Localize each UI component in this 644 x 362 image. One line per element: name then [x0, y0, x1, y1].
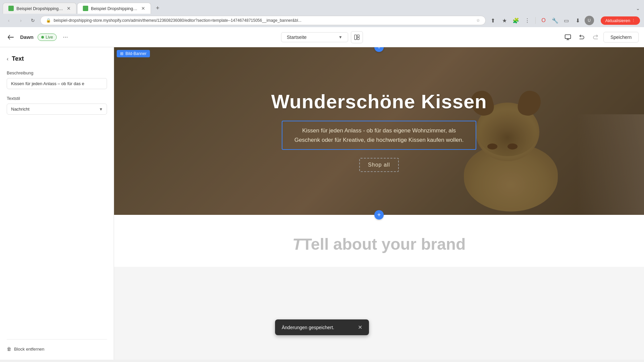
description-label: Beschreibung — [7, 70, 107, 75]
banner-label-text: Bild-Banner — [125, 51, 147, 56]
live-badge: Live — [38, 34, 57, 41]
textstil-select-wrapper: Nachricht Überschrift Untertitel ▼ — [7, 104, 107, 115]
desktop-icon — [565, 34, 571, 41]
textstil-select[interactable]: Nachricht Überschrift Untertitel — [7, 104, 107, 115]
tab-2-close-icon[interactable]: ✕ — [141, 6, 145, 11]
panel-header: ‹ Text — [7, 55, 107, 62]
tab-1-title: Beispiel Dropshipping Store · — [16, 6, 64, 11]
trash-icon: 🗑 — [7, 346, 11, 352]
left-panel: ‹ Text Beschreibung Textstil Nachricht Ü… — [0, 47, 114, 360]
tab-1-close-icon[interactable]: ✕ — [67, 6, 71, 11]
share-icon[interactable]: ⬆ — [488, 16, 498, 25]
banner-description: Kissen für jeden Anlass - ob für das eig… — [290, 126, 468, 144]
toolbar-left: Dawn Live ··· — [5, 32, 277, 43]
page-selector[interactable]: Startseite ▼ — [281, 32, 348, 42]
toast-notification: Änderungen gespeichert. ✕ — [275, 319, 369, 335]
banner-label-icon: ⊞ — [120, 51, 123, 56]
save-button[interactable]: Speichern — [603, 32, 639, 43]
undo-button[interactable] — [577, 32, 587, 43]
preview-canvas: + — [114, 47, 644, 267]
tool-icon[interactable]: 🔧 — [550, 16, 560, 25]
live-label: Live — [46, 35, 53, 40]
back-nav-button[interactable]: ‹ — [4, 16, 13, 25]
svg-rect-3 — [565, 35, 571, 39]
add-bottom-button[interactable]: + — [374, 210, 384, 220]
address-bar-row: ‹ › ↻ 🔒 beispiel-dropshipping-store.mysh… — [0, 14, 644, 27]
update-chevron-icon: ⋮ — [632, 18, 635, 23]
extensions-icon[interactable]: 🧩 — [511, 16, 521, 25]
below-section: TTell about your brand — [114, 215, 644, 267]
app-toolbar: Dawn Live ··· Startseite ▼ — [0, 27, 644, 47]
reload-nav-button[interactable]: ↻ — [28, 16, 38, 25]
page-selector-value: Startseite — [287, 35, 307, 40]
selector-chevron-icon: ▼ — [338, 35, 342, 40]
update-button[interactable]: Aktualisieren ⋮ — [601, 16, 640, 25]
banner-cta-text: Shop all — [368, 162, 390, 168]
tab-2-title: Beispiel Dropshipping Store · — [91, 6, 139, 11]
browser-chrome: Beispiel Dropshipping Store · ✕ Beispiel… — [0, 0, 644, 27]
delete-label: Block entfernen — [14, 347, 44, 352]
downloads-icon[interactable]: ⬇ — [573, 16, 583, 25]
tab-2-favicon — [83, 6, 88, 11]
back-arrow-icon — [8, 34, 14, 40]
toast-message: Änderungen gespeichert. — [282, 325, 334, 330]
toast-close-button[interactable]: ✕ — [358, 324, 362, 330]
opera-icon[interactable]: O — [539, 16, 548, 25]
textstil-field-group: Textstil Nachricht Überschrift Untertite… — [7, 96, 107, 115]
tab-bar: Beispiel Dropshipping Store · ✕ Beispiel… — [0, 0, 644, 14]
live-dot-icon — [41, 36, 44, 39]
desktop-view-button[interactable] — [562, 31, 574, 43]
tab-2[interactable]: Beispiel Dropshipping Store · ✕ — [77, 3, 151, 14]
layout-icon — [354, 34, 360, 40]
svg-rect-1 — [357, 35, 359, 37]
tab-expand-icon[interactable]: ⌄ — [635, 5, 641, 12]
address-text: beispiel-dropshipping-store.myshopify.co… — [54, 18, 474, 23]
forward-nav-button[interactable]: › — [16, 16, 25, 25]
browser-menu-icon[interactable]: ⋮ — [523, 16, 532, 25]
textstil-label: Textstil — [7, 96, 107, 101]
lock-icon: 🔒 — [46, 18, 51, 23]
description-field-group: Beschreibung — [7, 70, 107, 89]
add-top-button[interactable]: + — [374, 47, 384, 52]
below-title: TTell about your brand — [121, 235, 637, 253]
banner-label-tag[interactable]: ⊞ Bild-Banner — [117, 50, 150, 57]
more-options-button[interactable]: ··· — [61, 33, 70, 42]
divider — [535, 17, 536, 24]
banner-title: Wunderschöne Kissen — [271, 90, 487, 113]
add-top-circle-icon[interactable]: + — [374, 47, 384, 52]
banner-section[interactable]: ⊞ Bild-Banner Wunderschöne Kissen Kissen… — [114, 47, 644, 215]
banner-description-box[interactable]: Kissen für jeden Anlass - ob für das eig… — [282, 121, 476, 149]
shopify-back-button[interactable] — [5, 32, 16, 43]
layout-toggle-button[interactable] — [351, 31, 363, 43]
description-input[interactable] — [7, 78, 107, 89]
tab-1[interactable]: Beispiel Dropshipping Store · ✕ — [3, 3, 76, 14]
below-title-italic: T — [292, 235, 302, 253]
app-wrapper: Dawn Live ··· Startseite ▼ — [0, 27, 644, 360]
panel-title: Text — [12, 55, 24, 62]
address-bar[interactable]: 🔒 beispiel-dropshipping-store.myshopify.… — [40, 16, 486, 25]
svg-rect-2 — [357, 37, 359, 39]
main-area: ‹ Text Beschreibung Textstil Nachricht Ü… — [0, 47, 644, 360]
toolbar-right: Speichern — [367, 31, 639, 43]
tab-1-favicon — [8, 6, 14, 11]
preview-area: + — [114, 47, 644, 360]
delete-block-button[interactable]: 🗑 Block entfernen — [7, 339, 107, 352]
new-tab-button[interactable]: + — [153, 4, 162, 13]
bookmark-add-icon[interactable]: ★ — [500, 16, 509, 25]
undo-icon — [579, 34, 585, 40]
profile-avatar[interactable]: U — [585, 16, 594, 25]
sidebar-icon[interactable]: ▭ — [562, 16, 571, 25]
add-bottom-circle-icon[interactable]: + — [374, 210, 384, 220]
bookmark-icon[interactable]: ☆ — [476, 18, 480, 23]
store-name: Dawn — [20, 34, 34, 40]
redo-icon — [592, 34, 598, 40]
banner-cta-box[interactable]: Shop all — [359, 158, 399, 172]
toolbar-center: Startseite ▼ — [281, 31, 363, 43]
banner-content: Wunderschöne Kissen Kissen für jeden Anl… — [264, 77, 493, 185]
redo-button[interactable] — [590, 32, 601, 43]
svg-rect-0 — [355, 35, 357, 39]
panel-back-icon[interactable]: ‹ — [7, 56, 8, 62]
browser-actions: ⬆ ★ 🧩 ⋮ O 🔧 ▭ ⬇ U Aktualisieren ⋮ — [488, 16, 640, 25]
